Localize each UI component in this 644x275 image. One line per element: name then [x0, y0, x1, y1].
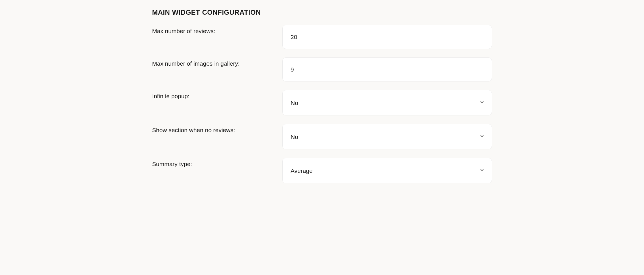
form-row-max-images: Max number of images in gallery:: [152, 60, 492, 81]
max-images-input[interactable]: [282, 57, 492, 81]
form-row-show-section-no-reviews: Show section when no reviews: No: [152, 127, 492, 149]
max-reviews-label: Max number of reviews:: [152, 28, 282, 35]
form-row-summary-type: Summary type: Average: [152, 161, 492, 183]
show-section-no-reviews-label: Show section when no reviews:: [152, 127, 282, 134]
summary-type-select[interactable]: Average: [282, 158, 492, 183]
summary-type-label: Summary type:: [152, 161, 282, 167]
infinite-popup-select[interactable]: No: [282, 90, 492, 115]
max-images-label: Max number of images in gallery:: [152, 60, 282, 67]
section-title: MAIN WIDGET CONFIGURATION: [152, 8, 492, 16]
form-row-infinite-popup: Infinite popup: No: [152, 93, 492, 115]
show-section-no-reviews-select[interactable]: No: [282, 124, 492, 149]
infinite-popup-label: Infinite popup:: [152, 93, 282, 100]
max-reviews-input[interactable]: [282, 25, 492, 49]
form-row-max-reviews: Max number of reviews:: [152, 28, 492, 49]
